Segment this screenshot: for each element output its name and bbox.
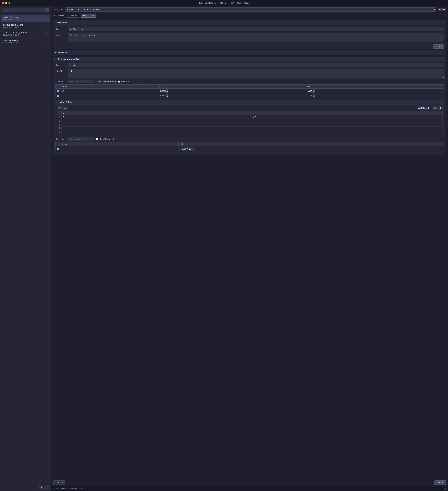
next-button[interactable]: ▶: [442, 8, 446, 11]
max-up-arrow[interactable]: ▲: [313, 94, 315, 96]
import-button[interactable]: ⬇: [45, 485, 49, 490]
variables-show-checked-label[interactable]: Show Checked Only: [118, 80, 138, 83]
initial-points-header[interactable]: ▼ Initial Points: [55, 100, 444, 104]
variable-max-cell: 1.0000 ▲ ▼: [305, 94, 444, 98]
objectives-show-checked-checkbox[interactable]: [96, 138, 98, 140]
initial-points-controls: Add Row Add Current Clear All: [57, 106, 443, 110]
routine-item-info: glorious-capybara 10/18/2023,22:52:20: [3, 39, 19, 44]
save-button[interactable]: Save: [435, 480, 446, 485]
routine-delete-button[interactable]: ✕: [45, 17, 49, 20]
clear-all-button[interactable]: Clear All: [432, 106, 443, 110]
metadata-section: ▼ Metadata Name Descr Update: [53, 20, 446, 48]
name-row: Name: [55, 27, 444, 31]
minimize-traffic-light[interactable]: [5, 2, 7, 4]
point-x0-cell[interactable]: [62, 130, 252, 134]
obj-rule-cell[interactable]: MAXIMIZE MINIMIZE: [179, 146, 444, 152]
settings-button[interactable]: ⚙: [444, 487, 446, 490]
point-x0-cell[interactable]: 0.0: [62, 115, 252, 119]
min-down-arrow[interactable]: ▼: [166, 96, 168, 97]
variable-min-spinner[interactable]: ▲ ▼: [166, 89, 168, 93]
min-up-arrow[interactable]: ▲: [166, 94, 168, 96]
name-input[interactable]: [68, 27, 444, 31]
variables-col-min: Min: [158, 85, 305, 89]
point-x0-cell[interactable]: [62, 127, 252, 130]
add-routine-button[interactable]: +: [45, 8, 49, 12]
row-number: 3: [57, 123, 62, 127]
obj-check-cell[interactable]: [56, 146, 60, 152]
tab-routine-editor[interactable]: Routine Editor: [81, 14, 96, 18]
limit-variable-range-button[interactable]: Limit Variable Range: [96, 80, 117, 84]
history-run-select[interactable]: BadgerOpt-2023-11-08-103639.yaml: [65, 7, 436, 12]
routine-item-date: 11/07/2023,11:03:32: [3, 26, 24, 28]
variables-filter-input[interactable]: [67, 80, 95, 84]
variable-check-cell[interactable]: [56, 94, 60, 98]
objectives-show-checked-label[interactable]: Show Checked Only: [96, 138, 117, 140]
variable-max-spinner[interactable]: ▲ ▼: [313, 94, 315, 97]
variable-checkbox[interactable]: [57, 90, 59, 92]
metadata-section-header[interactable]: ▼ Metadata: [53, 20, 446, 25]
objectives-filter-input[interactable]: [67, 137, 95, 141]
table-row: 3: [57, 123, 443, 127]
variable-min-spinner[interactable]: ▲ ▼: [166, 94, 168, 97]
descr-textarea[interactable]: [68, 33, 444, 42]
env-section-header[interactable]: ▼ Environment + VOCS: [53, 57, 446, 61]
add-row-button[interactable]: Add Row: [57, 106, 68, 110]
variable-check-cell[interactable]: [56, 89, 60, 94]
routine-item-date: 11/08/2023,10:18:08: [3, 19, 20, 20]
maximize-traffic-light[interactable]: [8, 2, 10, 4]
table-row: 5: [57, 130, 443, 134]
title-bar: Badger v0.11+107.g7f15964 (Xopt v2.0a1+2…: [0, 0, 448, 6]
variable-checkbox[interactable]: [57, 94, 59, 97]
point-x0-cell[interactable]: [62, 123, 252, 127]
routine-item[interactable]: glorious-capybara-max 11/07/2023,11:03:3…: [1, 22, 50, 29]
points-col-x1: x1: [252, 111, 443, 115]
add-current-button[interactable]: Add Current: [417, 106, 431, 110]
min-up-arrow[interactable]: ▲: [166, 89, 168, 91]
env-body: Name sphere_2d Params Variables: [53, 61, 446, 155]
point-x1-cell[interactable]: [252, 123, 443, 127]
bottom-bar: Cancel Save: [51, 479, 448, 486]
env-params-textarea[interactable]: [68, 69, 444, 78]
routine-item[interactable]: super super lon...you know that! 11/03/2…: [1, 30, 50, 37]
point-x1-cell[interactable]: [252, 119, 443, 123]
point-x1-cell[interactable]: 0.0: [252, 115, 443, 119]
variable-min-cell: -1.0000 ▲ ▼: [158, 94, 305, 98]
routine-item[interactable]: rustling-sidewinder 11/08/2023,10:18:08 …: [1, 15, 50, 22]
main-container: + rustling-sidewinder 11/08/2023,10:18:0…: [0, 6, 448, 491]
search-input[interactable]: [2, 8, 44, 12]
max-down-arrow[interactable]: ▼: [313, 96, 315, 97]
export-button[interactable]: ⬆: [39, 485, 44, 490]
variable-max-spinner[interactable]: ▲ ▼: [313, 89, 315, 93]
max-down-arrow[interactable]: ▼: [313, 91, 315, 93]
obj-checkbox[interactable]: [57, 148, 59, 150]
window-title: Badger v0.11+107.g7f15964 (Xopt v2.0a1+2…: [198, 2, 250, 4]
metadata-title: Metadata: [58, 21, 67, 24]
variables-show-checked-checkbox[interactable]: [118, 81, 120, 83]
obj-rule-select[interactable]: MAXIMIZE MINIMIZE: [180, 147, 195, 151]
update-button[interactable]: Update: [433, 44, 444, 48]
env-name-label: Name: [55, 63, 67, 66]
env-name-select[interactable]: sphere_2d: [68, 63, 444, 67]
algorithm-section-header[interactable]: ▶ Algorithm: [53, 50, 446, 55]
tab-run-monitor[interactable]: Run Monitor: [65, 14, 79, 18]
routine-delete-button[interactable]: ✕: [45, 24, 49, 28]
routine-delete-button[interactable]: ✕: [45, 40, 49, 43]
routine-item[interactable]: glorious-capybara 10/18/2023,22:52:20 ✕: [1, 38, 50, 45]
initial-points-title: Initial Points: [59, 101, 72, 103]
routine-delete-button[interactable]: ✕: [45, 32, 49, 35]
point-x1-cell[interactable]: [252, 130, 443, 134]
min-down-arrow[interactable]: ▼: [166, 91, 168, 93]
env-title: Environment + VOCS: [58, 58, 79, 60]
metadata-chevron: ▼: [55, 22, 57, 23]
prev-button[interactable]: ◀: [438, 8, 442, 11]
cancel-button[interactable]: Cancel: [53, 480, 65, 485]
close-traffic-light[interactable]: [2, 2, 4, 4]
sidebar-footer: ⬆ ⬇: [0, 484, 51, 491]
point-x1-cell[interactable]: [252, 127, 443, 130]
point-x0-cell[interactable]: [62, 119, 252, 123]
max-up-arrow[interactable]: ▲: [313, 89, 315, 91]
editor-content: ▼ Metadata Name Descr Update: [51, 19, 448, 479]
routine-item-info: rustling-sidewinder 11/08/2023,10:18:08: [3, 16, 20, 20]
initial-points-body: Add Row Add Current Clear All: [55, 104, 444, 135]
variable-name-cell: x1: [60, 94, 158, 98]
